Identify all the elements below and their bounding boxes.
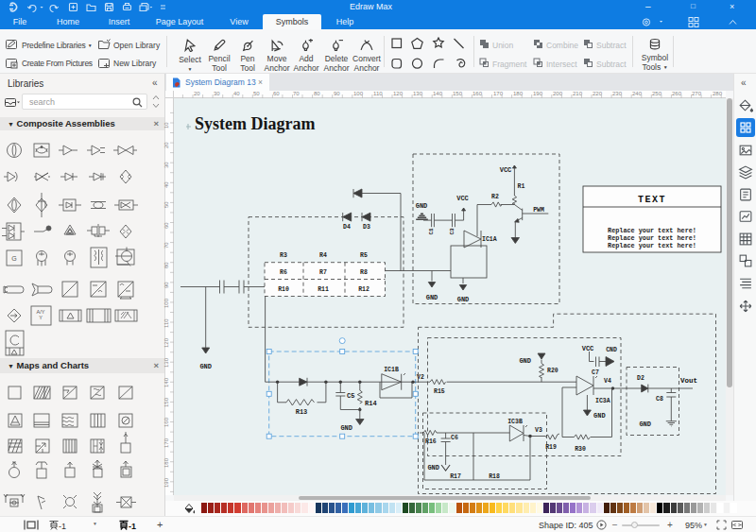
svg-text:R15: R15 xyxy=(434,388,445,395)
svg-text:R1: R1 xyxy=(518,183,525,190)
svg-text:IC1A: IC1A xyxy=(482,236,497,243)
svg-text:R4: R4 xyxy=(319,252,327,259)
svg-text:IC1B: IC1B xyxy=(384,367,399,373)
svg-text:R10: R10 xyxy=(278,286,289,293)
svg-text:V2: V2 xyxy=(417,374,424,381)
svg-text:R8: R8 xyxy=(360,269,368,276)
svg-text:IC3A: IC3A xyxy=(595,398,610,404)
svg-text:GND: GND xyxy=(639,420,651,428)
svg-text:C8: C8 xyxy=(656,396,663,403)
svg-text:R14: R14 xyxy=(365,400,377,407)
svg-text:R2: R2 xyxy=(491,194,499,200)
svg-text:R7: R7 xyxy=(319,269,327,276)
svg-text:Y: Y xyxy=(39,315,43,320)
svg-text:VCC: VCC xyxy=(500,166,512,174)
svg-text:GND: GND xyxy=(457,296,470,303)
svg-text:C3: C3 xyxy=(449,228,455,235)
svg-text:CND: CND xyxy=(606,347,617,353)
svg-text:GND: GND xyxy=(199,363,212,370)
svg-text:Replace your text here!: Replace your text here! xyxy=(608,227,696,234)
svg-text:TEXT: TEXT xyxy=(638,195,666,205)
svg-text:D2: D2 xyxy=(637,375,644,382)
svg-text:Replace your text here!: Replace your text here! xyxy=(608,234,696,242)
svg-text:G: G xyxy=(11,255,16,262)
svg-text:C7: C7 xyxy=(592,369,599,376)
svg-text:IC3B: IC3B xyxy=(507,419,523,425)
svg-text:R16: R16 xyxy=(425,438,437,445)
svg-text:PWM: PWM xyxy=(533,207,544,214)
svg-text:R20: R20 xyxy=(547,368,558,374)
svg-text:GND: GND xyxy=(427,464,439,472)
svg-text:R5: R5 xyxy=(360,252,368,259)
svg-text:C6: C6 xyxy=(451,435,458,441)
svg-text:System Diagram: System Diagram xyxy=(195,114,315,133)
svg-text:Replace your text here!: Replace your text here! xyxy=(608,242,696,249)
svg-text:R3: R3 xyxy=(280,252,287,259)
svg-text:V3: V3 xyxy=(535,427,542,434)
svg-text:GND: GND xyxy=(593,412,606,420)
svg-text:R30: R30 xyxy=(575,446,586,453)
svg-text:D4: D4 xyxy=(343,224,351,231)
svg-text:V4: V4 xyxy=(604,378,611,385)
svg-text:GND: GND xyxy=(426,294,438,301)
svg-text:C1: C1 xyxy=(428,228,435,235)
svg-text:R18: R18 xyxy=(489,473,500,480)
svg-text:GND: GND xyxy=(340,424,352,432)
svg-text:R17: R17 xyxy=(450,473,461,480)
svg-text:R11: R11 xyxy=(318,286,329,293)
svg-text:D3: D3 xyxy=(363,224,370,231)
svg-text:VCC: VCC xyxy=(582,345,594,352)
svg-text:VCC: VCC xyxy=(456,195,469,202)
svg-text:Vout: Vout xyxy=(680,377,697,385)
svg-text:GND: GND xyxy=(519,357,531,365)
svg-text:R6: R6 xyxy=(280,269,287,276)
svg-text:R13: R13 xyxy=(296,408,308,416)
svg-text:R19: R19 xyxy=(545,444,557,451)
svg-text:C5: C5 xyxy=(347,392,354,400)
svg-text:R12: R12 xyxy=(358,286,369,293)
svg-text:GND: GND xyxy=(416,202,428,210)
